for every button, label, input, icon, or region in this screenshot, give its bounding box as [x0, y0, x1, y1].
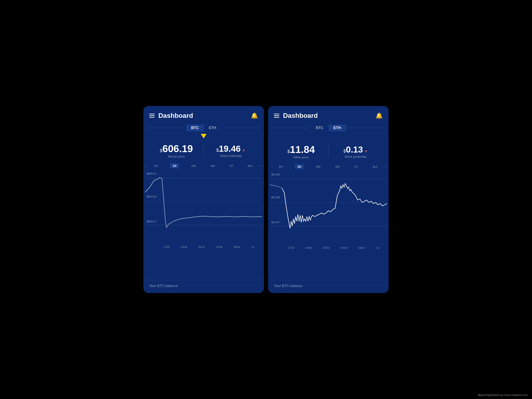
right-tf-all[interactable]: ALL	[370, 164, 380, 169]
left-chart-svg	[145, 173, 262, 244]
left-change-arrow: ▼	[242, 149, 246, 152]
right-tabs-row: BTC ETH	[268, 123, 389, 134]
left-phone-card: Dashboard 🔔 BTC ETH $ 606.19 Bi	[143, 106, 264, 293]
right-menu-icon[interactable]	[274, 114, 279, 118]
left-tf-all[interactable]: ALL	[245, 163, 256, 168]
right-x-label-3: 04:48	[341, 247, 347, 249]
left-price-change-main: $ 19.46 ▼	[216, 145, 246, 153]
right-price-block-main: $ 11.84 Ether price	[274, 145, 328, 159]
right-bell-icon[interactable]: 🔔	[375, 112, 383, 119]
page-wrapper: Dashboard 🔔 BTC ETH $ 606.19 Bi	[139, 102, 393, 297]
left-x-label-2: 00:52	[198, 246, 205, 248]
right-tab-eth[interactable]: ETH	[329, 125, 346, 131]
right-x-label-1: 20:56	[305, 247, 312, 249]
left-y2-label: $614.22	[147, 195, 157, 198]
left-header: Dashboard 🔔	[143, 106, 264, 123]
left-x-label-4: 08:44	[234, 246, 240, 248]
right-x-label-2: 00:52	[323, 247, 329, 249]
right-y3-label: $11.67	[271, 221, 280, 224]
left-price-dollar: $	[160, 148, 162, 153]
left-title: Dashboard	[158, 112, 193, 120]
left-menu-icon[interactable]	[149, 114, 155, 118]
right-chart-svg	[270, 174, 387, 245]
left-x-label-3: 04:48	[216, 246, 222, 248]
left-chart-xaxis: 17:00 20:56 00:52 04:48 08:44 12:	[145, 245, 262, 248]
right-tf-1w[interactable]: 1W	[313, 164, 323, 169]
right-header-left: Dashboard	[274, 112, 318, 120]
left-tab-eth[interactable]: ETH	[204, 125, 221, 131]
left-tf-1m[interactable]: 1M	[208, 163, 217, 168]
left-header-left: Dashboard	[149, 112, 193, 120]
left-chart-area: $625.27 $614.22 $603.17 17:00 20:56 00:5…	[145, 170, 262, 279]
right-chart-area: $11.93 $11.80 $11.67 17:00 20:56 00:52 0…	[270, 171, 387, 279]
right-chart-xaxis: 17:00 20:56 00:52 04:48 08:44 12:	[270, 246, 387, 249]
left-bell-icon[interactable]: 🔔	[251, 112, 258, 119]
right-y2-label: $11.80	[271, 196, 280, 199]
right-footer-balance: Your BTC balance	[268, 280, 389, 293]
right-tf-1d[interactable]: 1D	[295, 164, 304, 169]
right-price-label: Ether price	[293, 155, 309, 159]
left-change-dollar: $	[216, 148, 219, 152]
right-tf-1y[interactable]: 1Y	[352, 164, 360, 169]
right-x-label-0: 17:00	[288, 247, 294, 249]
left-y1-label: $625.27	[147, 172, 157, 175]
right-x-label-4: 08:44	[359, 247, 365, 249]
left-price-label: Bitcoin price	[168, 155, 185, 158]
right-price-value: 11.84	[290, 145, 315, 155]
right-change-dollar: $	[343, 149, 346, 153]
left-price-value: 606.19	[162, 144, 193, 154]
svg-marker-0	[201, 134, 207, 138]
right-header: Dashboard 🔔	[268, 106, 389, 123]
right-price-dollar: $	[287, 149, 290, 154]
left-tab-btc[interactable]: BTC	[186, 125, 204, 131]
right-change-value: 0.13	[346, 145, 363, 154]
left-footer-balance: Your BTC balance	[143, 280, 264, 293]
left-price-main: $ 606.19	[160, 144, 193, 154]
right-tab-btc[interactable]: BTC	[311, 125, 329, 131]
right-price-change-main: $ 0.13 ▼	[343, 145, 368, 154]
left-price-block-main: $ 606.19 Bitcoin price	[149, 144, 204, 158]
right-y1-label: $11.93	[271, 173, 280, 176]
left-tf-1y[interactable]: 1Y	[227, 163, 236, 168]
left-tabs-wrapper: BTC ETH	[143, 123, 264, 140]
left-x-label-1: 20:56	[181, 246, 187, 248]
left-change-label: Since yesterday	[220, 154, 242, 158]
left-tf-1w[interactable]: 1W	[189, 163, 198, 168]
right-tabs-wrapper: BTC ETH	[268, 123, 389, 141]
right-tf-1h[interactable]: 1H	[276, 164, 285, 169]
watermark: @geminigoldsaint via coins.newbium.com	[478, 393, 528, 397]
left-x-label-5: 12:	[252, 246, 255, 248]
right-title: Dashboard	[283, 112, 318, 120]
right-tf-1m[interactable]: 1M	[333, 164, 342, 169]
left-x-label-0: 17:00	[163, 246, 169, 248]
left-change-value: 19.46	[219, 145, 241, 153]
left-tf-1h[interactable]: 1H	[152, 163, 160, 168]
right-change-arrow: ▼	[364, 149, 368, 153]
right-phone-card: Dashboard 🔔 BTC ETH $ 11.84 Ether price	[268, 106, 389, 293]
left-tf-1d[interactable]: 1D	[170, 163, 179, 168]
left-tabs-row: BTC ETH	[143, 123, 264, 134]
left-price-block-change: $ 19.46 ▼ Since yesterday	[204, 144, 258, 158]
right-price-section: $ 11.84 Ether price $ 0.13 ▼ Since yeste…	[268, 141, 389, 162]
right-price-main: $ 11.84	[287, 145, 315, 155]
right-x-label-5: 12:	[376, 247, 380, 249]
left-timeframe-row: 1H 1D 1W 1M 1Y ALL	[143, 161, 264, 170]
left-price-section: $ 606.19 Bitcoin price $ 19.46 ▼ Since y…	[143, 140, 264, 161]
left-y3-label: $603.17	[147, 220, 157, 223]
right-timeframe-row: 1H 1D 1W 1M 1Y ALL	[268, 162, 389, 171]
right-change-label: Since yesterday	[345, 155, 367, 158]
right-price-block-change: $ 0.13 ▼ Since yesterday	[328, 145, 383, 159]
